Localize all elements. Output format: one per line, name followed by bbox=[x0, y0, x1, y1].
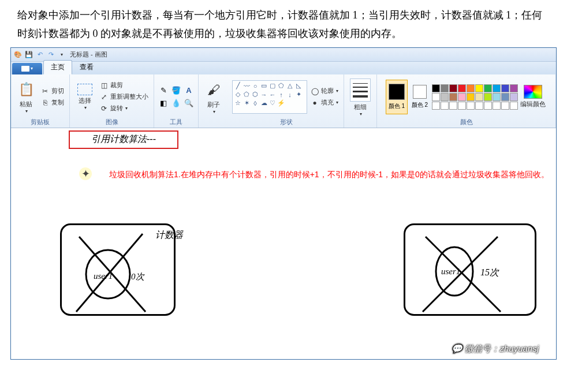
palette-color[interactable] bbox=[467, 93, 475, 101]
document-text: 给对象中添加一个引用计数器，每当有一个地方引用它时，计数器值就加 1；当引用失效… bbox=[0, 0, 567, 46]
shapes-gallery[interactable]: ╱〰○▭▢⬠△◺ ◇⬠⬡→←↑↓✦ ☆✶◊☁♡⚡ bbox=[232, 80, 307, 114]
palette-color[interactable] bbox=[475, 102, 483, 110]
select-button[interactable]: 选择 ▾ bbox=[73, 78, 96, 116]
palette-color[interactable] bbox=[501, 102, 509, 110]
shape-darrow-icon[interactable]: ↓ bbox=[286, 91, 294, 99]
palette-color[interactable] bbox=[467, 102, 475, 110]
save-icon[interactable]: 💾 bbox=[24, 50, 33, 59]
edit-colors-button[interactable]: 编辑颜色 bbox=[519, 78, 547, 116]
picker-tool[interactable]: 💧 bbox=[170, 98, 182, 109]
shape-rarrow-icon[interactable]: → bbox=[260, 91, 268, 99]
mspaint-window: 🎨 💾 ↶ ↷ ▾ 无标题 - 画图 ▾ 主页 查看 📋 粘贴 ▾ bbox=[10, 47, 557, 360]
shape-tri-icon[interactable]: △ bbox=[286, 82, 294, 90]
color2-label: 颜色 2 bbox=[412, 101, 428, 109]
copy-button[interactable]: ⎘复制 bbox=[39, 98, 66, 108]
palette-color[interactable] bbox=[501, 84, 509, 92]
shape-callout-icon[interactable]: ◊ bbox=[251, 99, 259, 107]
palette-color[interactable] bbox=[449, 93, 457, 101]
shape-cloud-icon[interactable]: ☁ bbox=[260, 99, 268, 107]
shape-larrow-icon[interactable]: ← bbox=[268, 91, 277, 99]
shape-rect-icon[interactable]: ▭ bbox=[260, 82, 268, 90]
shape-uarrow-icon[interactable]: ↑ bbox=[277, 91, 285, 99]
count-label: 15次 bbox=[480, 267, 499, 279]
palette-color[interactable] bbox=[441, 93, 449, 101]
shape-curve-icon[interactable]: 〰 bbox=[243, 82, 251, 90]
size-button[interactable]: 粗细 ▾ bbox=[348, 79, 373, 117]
redo-icon[interactable]: ↷ bbox=[46, 50, 55, 59]
shape-poly-icon[interactable]: ⬠ bbox=[277, 82, 285, 90]
palette-color[interactable] bbox=[475, 84, 483, 92]
outline-label: 轮廓 bbox=[321, 87, 334, 95]
palette-color[interactable] bbox=[493, 93, 501, 101]
cut-button[interactable]: ✂剪切 bbox=[39, 86, 66, 96]
tab-view[interactable]: 查看 bbox=[72, 60, 101, 74]
palette-color[interactable] bbox=[510, 93, 518, 101]
qat-dropdown-icon[interactable]: ▾ bbox=[57, 50, 66, 59]
palette-color[interactable] bbox=[484, 93, 492, 101]
file-menu-button[interactable]: ▾ bbox=[12, 63, 42, 74]
shape-4star-icon[interactable]: ✦ bbox=[294, 91, 303, 99]
shape-5star-icon[interactable]: ☆ bbox=[234, 99, 242, 107]
text-tool[interactable]: A bbox=[183, 85, 195, 96]
fill-tool[interactable]: 🪣 bbox=[170, 85, 182, 96]
palette-color[interactable] bbox=[432, 84, 440, 92]
shape-heart-icon[interactable]: ♡ bbox=[268, 99, 277, 107]
outline-button[interactable]: ◯轮廓▾ bbox=[308, 86, 340, 96]
palette-color[interactable] bbox=[441, 102, 449, 110]
canvas-area[interactable]: 引用计数算法--- ✦ 垃圾回收机制算法1.在堆内存中有个计数器，引用的时候+1… bbox=[11, 128, 556, 359]
palette-color[interactable] bbox=[510, 84, 518, 92]
clipboard-icon: 📋 bbox=[17, 80, 35, 99]
eraser-tool[interactable]: ◧ bbox=[158, 98, 169, 109]
color2-swatch bbox=[413, 85, 427, 99]
rotate-button[interactable]: ⟳旋转▾ bbox=[98, 103, 150, 114]
group-label: 工具 bbox=[170, 118, 182, 127]
color2-button[interactable]: 颜色 2 bbox=[409, 80, 431, 114]
chevron-down-icon: ▾ bbox=[25, 109, 28, 114]
shape-oval-icon[interactable]: ○ bbox=[251, 82, 259, 90]
resize-button[interactable]: ⤢重新调整大小 bbox=[98, 92, 150, 102]
palette-color[interactable] bbox=[458, 102, 466, 110]
palette-color[interactable] bbox=[432, 93, 440, 101]
paste-button[interactable]: 📋 粘贴 ▾ bbox=[14, 78, 38, 116]
palette-color[interactable] bbox=[441, 84, 449, 92]
crop-label: 裁剪 bbox=[110, 81, 123, 89]
color1-button[interactable]: 颜色 1 bbox=[386, 80, 408, 114]
palette-color[interactable] bbox=[467, 84, 475, 92]
brush-button[interactable]: 🖌 刷子 ▾ bbox=[202, 79, 225, 117]
window-title: 无标题 - 画图 bbox=[70, 50, 107, 59]
palette-color[interactable] bbox=[475, 93, 483, 101]
palette-color[interactable] bbox=[432, 102, 440, 110]
user-label: user1 bbox=[441, 267, 460, 277]
palette-color[interactable] bbox=[458, 93, 466, 101]
palette-color[interactable] bbox=[493, 84, 501, 92]
resize-icon: ⤢ bbox=[99, 92, 109, 102]
shape-rtri-icon[interactable]: ◺ bbox=[294, 82, 303, 90]
shape-roundrect-icon[interactable]: ▢ bbox=[268, 82, 277, 90]
fill-button[interactable]: ●填充▾ bbox=[308, 98, 340, 108]
shape-hex-icon[interactable]: ⬡ bbox=[251, 91, 259, 99]
copy-label: 复制 bbox=[51, 98, 64, 107]
group-brush: 🖌 刷子 ▾ bbox=[199, 74, 229, 128]
crop-icon: ◫ bbox=[99, 81, 109, 90]
palette-color[interactable] bbox=[484, 84, 492, 92]
palette-color[interactable] bbox=[484, 102, 492, 110]
zoom-tool[interactable]: 🔍 bbox=[183, 98, 195, 109]
group-label bbox=[212, 120, 214, 127]
shape-line-icon[interactable]: ╱ bbox=[234, 82, 242, 90]
shape-bolt-icon[interactable]: ⚡ bbox=[277, 99, 285, 107]
palette-color[interactable] bbox=[501, 93, 509, 101]
rainbow-icon bbox=[524, 85, 542, 99]
palette-color[interactable] bbox=[510, 102, 518, 110]
palette-color[interactable] bbox=[493, 102, 501, 110]
shape-6star-icon[interactable]: ✶ bbox=[243, 99, 251, 107]
shape-diamond-icon[interactable]: ◇ bbox=[234, 91, 242, 99]
palette-color[interactable] bbox=[458, 84, 466, 92]
palette-color[interactable] bbox=[449, 84, 457, 92]
chevron-down-icon: ▾ bbox=[84, 105, 87, 110]
crop-button[interactable]: ◫裁剪 bbox=[98, 80, 150, 91]
tab-home[interactable]: 主页 bbox=[43, 60, 72, 74]
undo-icon[interactable]: ↶ bbox=[35, 50, 44, 59]
palette-color[interactable] bbox=[449, 102, 457, 110]
pencil-tool[interactable]: ✎ bbox=[158, 85, 169, 96]
shape-pent-icon[interactable]: ⬠ bbox=[243, 91, 251, 99]
